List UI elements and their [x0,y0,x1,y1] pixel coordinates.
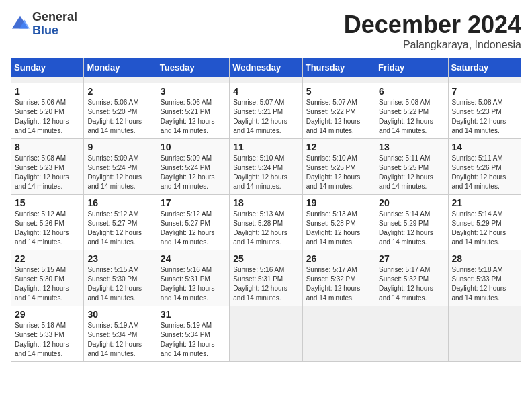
calendar-cell: 24Sunrise: 5:16 AM Sunset: 5:31 PM Dayli… [157,250,229,306]
day-of-week-header: Wednesday [230,58,302,77]
day-of-week-header: Tuesday [157,58,229,77]
day-number: 7 [452,86,517,97]
calendar-cell: 4Sunrise: 5:07 AM Sunset: 5:21 PM Daylig… [230,83,302,139]
day-info: Sunrise: 5:16 AM Sunset: 5:31 PM Dayligh… [161,265,226,303]
calendar-table: SundayMondayTuesdayWednesdayThursdayFrid… [11,58,521,362]
day-of-week-header: Saturday [448,58,521,77]
day-number: 28 [452,253,517,264]
title-area: December 2024 Palangkaraya, Indonesia [344,11,521,51]
logo-text: General Blue [32,11,77,38]
calendar-cell: 17Sunrise: 5:12 AM Sunset: 5:27 PM Dayli… [157,195,229,250]
calendar-week-row: 8Sunrise: 5:08 AM Sunset: 5:23 PM Daylig… [11,139,521,195]
calendar-week-row: 22Sunrise: 5:15 AM Sunset: 5:30 PM Dayli… [11,250,521,306]
day-info: Sunrise: 5:06 AM Sunset: 5:20 PM Dayligh… [87,98,152,136]
day-info: Sunrise: 5:12 AM Sunset: 5:26 PM Dayligh… [15,210,80,247]
day-info: Sunrise: 5:15 AM Sunset: 5:30 PM Dayligh… [87,265,152,303]
day-info: Sunrise: 5:17 AM Sunset: 5:32 PM Dayligh… [379,265,444,303]
calendar-cell: 22Sunrise: 5:15 AM Sunset: 5:30 PM Dayli… [11,250,84,306]
day-number: 30 [87,309,152,320]
calendar-cell: 6Sunrise: 5:08 AM Sunset: 5:22 PM Daylig… [375,83,448,139]
location-subtitle: Palangkaraya, Indonesia [344,39,521,51]
calendar-cell: 12Sunrise: 5:10 AM Sunset: 5:25 PM Dayli… [302,139,375,195]
calendar-cell: 9Sunrise: 5:09 AM Sunset: 5:24 PM Daylig… [84,139,157,195]
day-number: 9 [87,142,152,152]
day-number: 3 [161,86,226,97]
calendar-cell: 1Sunrise: 5:06 AM Sunset: 5:20 PM Daylig… [11,83,84,139]
day-info: Sunrise: 5:06 AM Sunset: 5:21 PM Dayligh… [161,98,226,136]
logo-icon [11,15,30,34]
day-info: Sunrise: 5:10 AM Sunset: 5:24 PM Dayligh… [233,154,298,191]
day-info: Sunrise: 5:19 AM Sunset: 5:34 PM Dayligh… [87,321,152,359]
day-number: 8 [15,142,80,152]
day-info: Sunrise: 5:13 AM Sunset: 5:28 PM Dayligh… [306,210,371,247]
calendar-cell [11,77,84,83]
calendar-cell [230,77,302,83]
calendar-cell [375,77,448,83]
calendar-cell: 7Sunrise: 5:08 AM Sunset: 5:23 PM Daylig… [448,83,521,139]
day-info: Sunrise: 5:09 AM Sunset: 5:24 PM Dayligh… [161,154,226,191]
day-info: Sunrise: 5:18 AM Sunset: 5:33 PM Dayligh… [15,321,80,359]
calendar-cell: 29Sunrise: 5:18 AM Sunset: 5:33 PM Dayli… [11,306,84,362]
month-title: December 2024 [344,11,521,39]
calendar-week-row: 1Sunrise: 5:06 AM Sunset: 5:20 PM Daylig… [11,83,521,139]
day-info: Sunrise: 5:17 AM Sunset: 5:32 PM Dayligh… [306,265,371,303]
day-info: Sunrise: 5:07 AM Sunset: 5:22 PM Dayligh… [306,98,371,136]
day-info: Sunrise: 5:12 AM Sunset: 5:27 PM Dayligh… [87,210,152,247]
day-number: 18 [233,197,298,208]
calendar-cell: 19Sunrise: 5:13 AM Sunset: 5:28 PM Dayli… [302,195,375,250]
calendar-cell: 26Sunrise: 5:17 AM Sunset: 5:32 PM Dayli… [302,250,375,306]
calendar-cell [448,77,521,83]
calendar-header-row: SundayMondayTuesdayWednesdayThursdayFrid… [11,58,521,77]
day-info: Sunrise: 5:12 AM Sunset: 5:27 PM Dayligh… [161,210,226,247]
calendar-cell [302,306,375,362]
calendar-cell: 11Sunrise: 5:10 AM Sunset: 5:24 PM Dayli… [230,139,302,195]
day-number: 10 [161,142,226,152]
calendar-cell: 2Sunrise: 5:06 AM Sunset: 5:20 PM Daylig… [84,83,157,139]
day-number: 23 [87,253,152,264]
logo: General Blue [11,11,77,38]
calendar-cell: 16Sunrise: 5:12 AM Sunset: 5:27 PM Dayli… [84,195,157,250]
logo-blue: Blue [32,24,58,37]
day-number: 15 [15,197,80,208]
calendar-week-row [11,77,521,83]
day-number: 12 [306,142,371,152]
day-number: 26 [306,253,371,264]
calendar-cell [157,77,229,83]
logo-general: General [32,10,77,24]
day-number: 29 [15,309,80,320]
calendar-cell: 13Sunrise: 5:11 AM Sunset: 5:25 PM Dayli… [375,139,448,195]
day-number: 1 [15,86,80,97]
day-info: Sunrise: 5:08 AM Sunset: 5:23 PM Dayligh… [452,98,517,136]
day-number: 17 [161,197,226,208]
day-of-week-header: Thursday [302,58,375,77]
day-number: 16 [87,197,152,208]
day-info: Sunrise: 5:07 AM Sunset: 5:21 PM Dayligh… [233,98,298,136]
calendar-cell: 20Sunrise: 5:14 AM Sunset: 5:29 PM Dayli… [375,195,448,250]
calendar-cell [448,306,521,362]
day-info: Sunrise: 5:10 AM Sunset: 5:25 PM Dayligh… [306,154,371,191]
day-number: 27 [379,253,444,264]
calendar-cell: 3Sunrise: 5:06 AM Sunset: 5:21 PM Daylig… [157,83,229,139]
calendar-cell [230,306,302,362]
day-number: 21 [452,197,517,208]
day-number: 31 [161,309,226,320]
day-info: Sunrise: 5:08 AM Sunset: 5:22 PM Dayligh… [379,98,444,136]
day-number: 24 [161,253,226,264]
day-info: Sunrise: 5:08 AM Sunset: 5:23 PM Dayligh… [15,154,80,191]
calendar-cell: 30Sunrise: 5:19 AM Sunset: 5:34 PM Dayli… [84,306,157,362]
calendar-cell: 31Sunrise: 5:19 AM Sunset: 5:34 PM Dayli… [157,306,229,362]
calendar-cell: 25Sunrise: 5:16 AM Sunset: 5:31 PM Dayli… [230,250,302,306]
day-info: Sunrise: 5:13 AM Sunset: 5:28 PM Dayligh… [233,210,298,247]
day-info: Sunrise: 5:15 AM Sunset: 5:30 PM Dayligh… [15,265,80,303]
day-number: 2 [87,86,152,97]
day-info: Sunrise: 5:19 AM Sunset: 5:34 PM Dayligh… [161,321,226,359]
day-info: Sunrise: 5:11 AM Sunset: 5:26 PM Dayligh… [452,154,517,191]
day-number: 19 [306,197,371,208]
calendar-cell: 23Sunrise: 5:15 AM Sunset: 5:30 PM Dayli… [84,250,157,306]
day-info: Sunrise: 5:11 AM Sunset: 5:25 PM Dayligh… [379,154,444,191]
calendar-cell: 15Sunrise: 5:12 AM Sunset: 5:26 PM Dayli… [11,195,84,250]
day-number: 25 [233,253,298,264]
day-number: 6 [379,86,444,97]
calendar-cell: 8Sunrise: 5:08 AM Sunset: 5:23 PM Daylig… [11,139,84,195]
calendar-cell: 5Sunrise: 5:07 AM Sunset: 5:22 PM Daylig… [302,83,375,139]
